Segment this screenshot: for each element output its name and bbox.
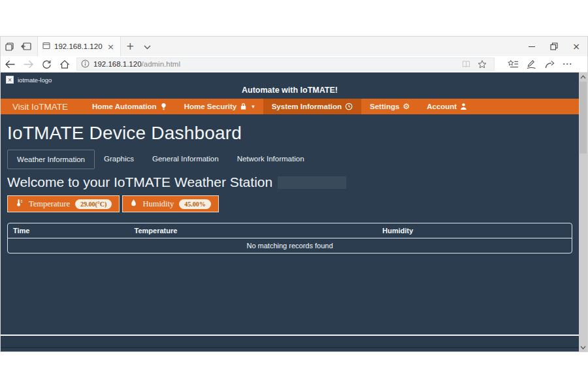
tabs-set-aside-icon[interactable] — [1, 37, 18, 56]
sensor-buttons: Temperature 29.00(°C) Humidity 45.00% — [7, 195, 572, 212]
tab-close-icon[interactable]: × — [106, 42, 116, 52]
dashboard-content: IoTMATE Device Dashboard Weather Informa… — [1, 123, 579, 253]
tab-weather-information[interactable]: Weather Information — [7, 150, 95, 169]
thermometer-icon — [15, 199, 24, 210]
clock-icon — [345, 103, 353, 110]
vertical-scrollbar[interactable] — [579, 73, 587, 351]
address-bar[interactable]: 192.168.1.120/admin.html — [76, 57, 495, 71]
broken-image-icon: × — [6, 76, 14, 84]
dashboard-tabs: Weather Information Graphics General Inf… — [7, 150, 572, 169]
nav-label: System Information — [272, 103, 342, 110]
toolbar-right-icons: ··· — [504, 56, 577, 72]
gear-icon: ⚙ — [402, 102, 410, 111]
nav-item-settings[interactable]: Settings ⚙ — [361, 99, 418, 114]
close-window-button[interactable]: × — [565, 37, 587, 56]
browser-window: 192.168.1.120 × + × — [0, 36, 588, 352]
favorites-hub-icon[interactable] — [504, 56, 522, 72]
iotmate-page: × iotmate-logo Automate with IoTMATE! Vi… — [1, 73, 579, 351]
banner-text: Automate with IoTMATE! — [1, 84, 579, 99]
back-button[interactable] — [1, 56, 19, 72]
browser-viewport: × iotmate-logo Automate with IoTMATE! Vi… — [1, 73, 587, 351]
nav-item-account[interactable]: Account — [418, 99, 476, 114]
lock-icon — [240, 103, 247, 110]
scroll-down-arrow[interactable] — [579, 343, 587, 351]
logo-alt-text: iotmate-logo — [18, 76, 52, 84]
new-tab-button[interactable]: + — [121, 41, 140, 52]
chevron-down-icon: ▾ — [252, 103, 255, 110]
web-note-pen-icon[interactable] — [522, 56, 540, 72]
nav-label: Settings — [370, 103, 399, 110]
logo-row: × iotmate-logo — [1, 73, 579, 84]
nav-item-system-information[interactable]: System Information — [263, 99, 361, 114]
site-info-icon[interactable] — [81, 59, 90, 69]
scroll-up-arrow[interactable] — [579, 73, 587, 81]
table-header-row: Time Temperature Humidity — [8, 223, 572, 238]
column-header-temperature[interactable]: Temperature — [129, 223, 378, 238]
humidity-button[interactable]: Humidity 45.00% — [122, 195, 218, 212]
column-header-time[interactable]: Time — [8, 223, 129, 238]
tab-list-chevron-icon[interactable] — [140, 41, 155, 52]
nav-label: Home Automation — [92, 103, 157, 110]
tab-network-information[interactable]: Network Information — [228, 150, 314, 169]
faint-highlight-box — [278, 176, 346, 189]
tab-general-information[interactable]: General Information — [143, 150, 228, 169]
reading-view-icon[interactable] — [458, 60, 474, 68]
weather-table-container: Time Temperature Humidity No matching re… — [7, 223, 572, 253]
nav-item-home-automation[interactable]: Home Automation — [84, 99, 176, 114]
navbar-brand-link[interactable]: Visit IoTMATE — [12, 99, 68, 114]
humidity-label: Humidity — [142, 199, 174, 209]
tab-title: 192.168.1.120 — [54, 42, 106, 50]
welcome-row: Welcome to your IoTMATE Weather Station — [7, 174, 572, 190]
desktop: 192.168.1.120 × + × — [0, 0, 588, 392]
more-menu-icon[interactable]: ··· — [559, 56, 577, 72]
add-favorite-star-icon[interactable] — [474, 59, 490, 69]
footer-band-2 — [1, 348, 579, 351]
restore-button[interactable] — [543, 37, 565, 56]
url-host: 192.168.1.120 — [93, 60, 142, 68]
scrollbar-thumb[interactable] — [580, 82, 587, 154]
refresh-button[interactable] — [37, 56, 56, 72]
nav-label: Home Security — [184, 103, 237, 110]
page-favicon-icon — [42, 41, 50, 52]
humidity-value-badge: 45.00% — [179, 199, 211, 209]
tab-graphics[interactable]: Graphics — [95, 150, 143, 169]
browser-toolbar: 192.168.1.120/admin.html — [1, 56, 587, 73]
minimize-button[interactable] — [521, 37, 543, 56]
empty-table-message: No matching records found — [8, 238, 572, 253]
temperature-value-badge: 29.00(°C) — [75, 199, 112, 209]
forward-button[interactable] — [19, 56, 37, 72]
share-icon[interactable] — [540, 56, 559, 72]
footer-band-1 — [1, 336, 579, 347]
temperature-button[interactable]: Temperature 29.00(°C) — [7, 195, 120, 212]
user-icon — [460, 103, 467, 110]
browser-tab-bar: 192.168.1.120 × + × — [1, 37, 587, 56]
minimize-icon — [529, 46, 535, 47]
temperature-label: Temperature — [29, 199, 70, 209]
browser-tab[interactable]: 192.168.1.120 × — [37, 37, 121, 56]
lightbulb-icon — [160, 103, 167, 111]
tabs-preview-icon[interactable] — [18, 37, 35, 56]
table-empty-row: No matching records found — [8, 238, 572, 253]
column-header-humidity[interactable]: Humidity — [377, 223, 572, 238]
url-path: /admin.html — [142, 60, 180, 68]
restore-icon — [550, 42, 558, 50]
nav-item-home-security[interactable]: Home Security ▾ — [176, 99, 263, 114]
nav-label: Account — [427, 103, 457, 110]
welcome-heading: Welcome to your IoTMATE Weather Station — [7, 174, 272, 190]
weather-table: Time Temperature Humidity No matching re… — [8, 223, 572, 253]
page-title: IoTMATE Device Dashboard — [7, 123, 572, 144]
home-button[interactable] — [56, 56, 74, 72]
site-navbar: Visit IoTMATE Home Automation Home Secur… — [1, 99, 579, 114]
droplet-icon — [130, 199, 137, 210]
